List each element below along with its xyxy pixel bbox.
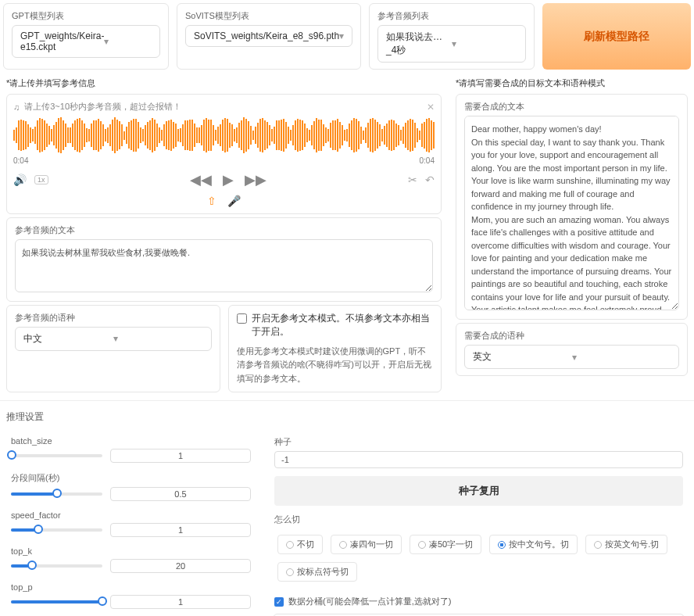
- top_k-slider[interactable]: [11, 564, 102, 568]
- volume-icon[interactable]: 🔊: [13, 174, 27, 186]
- ref-note: *请上传并填写参考信息: [3, 76, 445, 91]
- top_p-label: top_p: [11, 582, 251, 592]
- infer-title: 推理设置: [0, 406, 694, 428]
- sovits-label: SoVITS模型列表: [185, 10, 352, 22]
- split-label: 分段间隔(秒): [11, 472, 251, 484]
- ref-audio-label: 参考音频列表: [377, 10, 526, 22]
- ref-text-input[interactable]: [15, 239, 433, 292]
- speed-label: speed_factor: [11, 510, 251, 520]
- cut-option-4[interactable]: 按英文句号.切: [585, 535, 667, 554]
- ref-text-label: 参考音频的文本: [15, 224, 433, 236]
- cut-option-3[interactable]: 按中文句号。切: [489, 535, 578, 554]
- undo-icon[interactable]: ↶: [425, 174, 435, 186]
- cut-label: 怎么切: [274, 514, 683, 525]
- target-text-label: 需要合成的文本: [464, 101, 679, 113]
- ref-waveform[interactable]: [13, 117, 435, 153]
- radio-icon: [594, 541, 602, 549]
- chevron-down-icon: ▾: [104, 36, 152, 47]
- trim-icon[interactable]: ✂: [408, 174, 417, 186]
- forward-icon[interactable]: ▶▶: [245, 171, 267, 188]
- split-slider[interactable]: [11, 492, 102, 496]
- cut-option-0[interactable]: 不切: [277, 535, 323, 554]
- top_k-value[interactable]: 20: [110, 559, 251, 573]
- top_k-label: top_k: [11, 546, 251, 556]
- no-ref-label: 开启无参考文本模式。不填参考文本亦相当于开启。: [252, 312, 434, 338]
- batch_size-label: batch_size: [11, 436, 251, 446]
- chevron-down-icon: ▾: [572, 352, 671, 363]
- seed-reuse-button[interactable]: 种子复用: [274, 476, 683, 506]
- radio-icon: [498, 541, 506, 549]
- ref-lang-label: 参考音频的语种: [15, 312, 212, 324]
- cut-option-2[interactable]: 凑50字一切: [410, 535, 481, 554]
- close-icon[interactable]: ✕: [427, 102, 435, 113]
- seed-label: 种子: [274, 436, 683, 448]
- radio-icon: [286, 541, 294, 549]
- top_p-slider[interactable]: [11, 600, 102, 603]
- ref-lang-select[interactable]: 中文▾: [15, 327, 212, 351]
- rewind-icon[interactable]: ◀◀: [190, 171, 212, 188]
- target-lang-select[interactable]: 英文▾: [464, 345, 679, 369]
- ref-time-end: 0:04: [420, 156, 435, 165]
- chevron-down-icon: ▾: [452, 38, 517, 49]
- target-text-input[interactable]: [464, 116, 679, 310]
- radio-icon: [286, 568, 294, 576]
- radio-icon: [418, 541, 426, 549]
- seed-input[interactable]: [274, 451, 683, 468]
- bucket-checkbox[interactable]: ✓: [274, 597, 284, 607]
- mic-icon[interactable]: 🎤: [227, 195, 241, 207]
- target-note: *请填写需要合成的目标文本和语种模式: [453, 76, 691, 91]
- upload-hint: 请上传3~10秒内参考音频，超过会报错！: [24, 101, 181, 113]
- cut-option-1[interactable]: 凑四句一切: [331, 535, 402, 554]
- split-value[interactable]: 0.5: [110, 487, 251, 501]
- batch_size-slider[interactable]: [11, 454, 102, 457]
- no-ref-checkbox[interactable]: [237, 313, 247, 324]
- top_p-value[interactable]: 1: [110, 595, 251, 609]
- radio-icon: [339, 541, 347, 549]
- music-note-icon: ♫: [13, 102, 20, 112]
- playback-rate[interactable]: 1x: [34, 175, 48, 184]
- speed-slider[interactable]: [11, 528, 102, 532]
- upload-icon[interactable]: ⇧: [207, 195, 216, 207]
- sovits-select[interactable]: SoVITS_weights/Keira_e8_s96.pth▾: [185, 25, 352, 47]
- target-lang-label: 需要合成的语种: [464, 330, 679, 342]
- batch_size-value[interactable]: 1: [110, 449, 251, 463]
- chevron-down-icon: ▾: [113, 333, 203, 344]
- ref-audio-select[interactable]: 如果我说去…_4秒▾: [377, 25, 526, 63]
- play-icon[interactable]: ▶: [223, 171, 234, 188]
- speed-value[interactable]: 1: [110, 523, 251, 537]
- no-ref-desc: 使用无参考文本模式时建议使用微调的GPT，听不清参考音频说的啥(不晓得咋写)可以…: [237, 345, 434, 386]
- bucket-label: 数据分桶(可能会降低一点计算量,选就对了): [288, 596, 451, 607]
- cut-option-5[interactable]: 按标点符号切: [277, 562, 357, 582]
- ref-time-start: 0:04: [13, 156, 28, 165]
- refresh-models-button[interactable]: 刷新模型路径: [542, 3, 691, 70]
- chevron-down-icon: ▾: [339, 30, 344, 41]
- gpt-label: GPT模型列表: [12, 10, 160, 22]
- gpt-select[interactable]: GPT_weights/Keira-e15.ckpt▾: [12, 25, 160, 58]
